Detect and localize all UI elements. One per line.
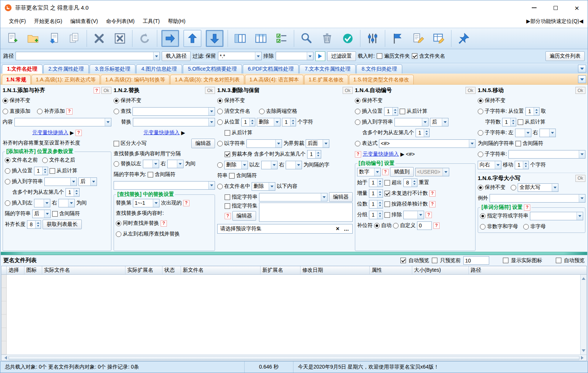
- tab-text-attributes[interactable]: 7.文本文件属性处理: [299, 64, 356, 74]
- show-icons-checkbox[interactable]: [503, 258, 508, 263]
- auto-preview-checkbox[interactable]: [400, 258, 406, 263]
- replace-between-radio[interactable]: [114, 161, 119, 167]
- from-end-checkbox[interactable]: [50, 168, 55, 174]
- pin-button[interactable]: [453, 29, 474, 48]
- multi-nth-spinner[interactable]: 1: [416, 129, 430, 137]
- insert-between-radio[interactable]: [5, 200, 10, 206]
- spin-down-icon[interactable]: [250, 122, 255, 126]
- panel-scrollbar[interactable]: [1, 252, 587, 255]
- menu-command-list[interactable]: 命令列表(M): [102, 16, 139, 27]
- filter-combo[interactable]: *.*: [218, 52, 262, 60]
- help-button[interactable]: ?: [183, 200, 189, 206]
- editor-button[interactable]: 编辑器: [191, 139, 215, 148]
- move-down-button[interactable]: [206, 30, 224, 47]
- left-bound-combo[interactable]: [143, 160, 159, 168]
- right-bound-combo[interactable]: [540, 129, 556, 137]
- load-list-button[interactable]: [43, 29, 64, 48]
- insert-pos-spinner[interactable]: 1: [34, 167, 48, 175]
- scroll-right-icon[interactable]: [581, 356, 585, 360]
- include-separator-checkbox[interactable]: [148, 172, 153, 177]
- new-list-button[interactable]: [2, 29, 23, 48]
- apply-button[interactable]: [337, 29, 358, 48]
- help-button[interactable]: ?: [426, 212, 432, 218]
- substring-combo[interactable]: [508, 150, 585, 159]
- preview-button[interactable]: [296, 29, 317, 48]
- preview-count-input[interactable]: 10: [463, 256, 489, 265]
- scroll-down-icon[interactable]: [582, 349, 585, 354]
- help-button[interactable]: ?: [429, 190, 436, 197]
- assign-to-button[interactable]: 赋值到: [390, 167, 414, 177]
- overflow-checkbox[interactable]: [384, 180, 390, 186]
- auto-pad-radio[interactable]: [374, 223, 380, 228]
- from-end-checkbox[interactable]: [518, 119, 523, 125]
- col-new-ext[interactable]: 新扩展名: [261, 266, 300, 274]
- start-spinner[interactable]: 1: [369, 179, 383, 187]
- spin-up-icon[interactable]: [36, 221, 41, 225]
- custom-pad-input[interactable]: 0: [417, 221, 432, 230]
- keep-unchanged-radio[interactable]: [217, 98, 223, 104]
- tab-advanced-mapping[interactable]: 1.A.高级(3): 文件名对照列表: [170, 75, 244, 84]
- spin-up-icon[interactable]: [424, 129, 429, 133]
- insert-to-string-radio[interactable]: [5, 179, 10, 184]
- traverse-folders-checkbox[interactable]: [377, 53, 382, 59]
- col-actual-ext[interactable]: 实际扩展名: [125, 266, 162, 274]
- move-up-button[interactable]: [184, 30, 201, 47]
- spin-up-icon[interactable]: [74, 189, 79, 193]
- spin-up-icon[interactable]: [377, 211, 383, 215]
- find-radio[interactable]: [114, 109, 119, 114]
- spin-up-icon[interactable]: [523, 161, 528, 165]
- spin-down-icon[interactable]: [511, 122, 516, 126]
- from-pos-radio[interactable]: [217, 119, 223, 125]
- help-button[interactable]: ?: [225, 213, 231, 219]
- before-after-combo[interactable]: 后: [78, 177, 97, 186]
- remove-item-button[interactable]: [89, 29, 110, 48]
- columns-button[interactable]: [251, 29, 271, 48]
- minimize-button[interactable]: [523, 0, 545, 15]
- from-end-checkbox[interactable]: [400, 109, 405, 114]
- spin-down-icon[interactable]: [523, 165, 528, 169]
- boundary-string-combo[interactable]: [246, 139, 282, 148]
- clear-filter-button[interactable]: [317, 29, 337, 48]
- target-string-combo[interactable]: [394, 118, 429, 126]
- help-button[interactable]: ?: [66, 108, 73, 115]
- spin-up-icon[interactable]: [377, 200, 383, 204]
- pad-length-spinner[interactable]: 8: [27, 220, 41, 229]
- trim-radio[interactable]: [259, 109, 265, 114]
- sequential-radio[interactable]: [116, 231, 121, 237]
- spin-up-icon[interactable]: [534, 108, 539, 112]
- traverse-file-list-button[interactable]: 遍历文件列表: [545, 51, 585, 61]
- meta-variable-link[interactable]: 元变量快捷插入: [32, 129, 68, 136]
- include-separator-checkbox[interactable]: [515, 141, 521, 146]
- adjust-button[interactable]: [362, 29, 383, 48]
- spin-down-icon[interactable]: [377, 215, 383, 219]
- tab-file-attributes[interactable]: 2.文件属性处理: [43, 64, 89, 74]
- save-list-button[interactable]: [64, 29, 85, 48]
- left-bound-combo[interactable]: [34, 199, 50, 207]
- scroll-thumb[interactable]: [9, 356, 579, 360]
- spin-up-icon[interactable]: [377, 179, 383, 183]
- cut-self-checkbox[interactable]: [225, 152, 230, 157]
- help-button[interactable]: ?: [382, 169, 389, 175]
- replace-combo[interactable]: [133, 118, 215, 126]
- scroll-left-icon[interactable]: [3, 356, 7, 360]
- ok-button[interactable]: Ok: [205, 87, 215, 94]
- spin-down-icon[interactable]: [377, 204, 383, 208]
- spin-up-icon[interactable]: [377, 190, 383, 194]
- undo-button[interactable]: [134, 29, 155, 48]
- direct-add-radio[interactable]: [3, 109, 8, 114]
- cut-side-combo[interactable]: 后面: [306, 139, 329, 148]
- case-sensitive-checkbox[interactable]: [114, 141, 119, 146]
- close-button[interactable]: ×: [566, 0, 588, 15]
- check-list-button[interactable]: [271, 29, 292, 48]
- substring-radio[interactable]: [478, 152, 483, 157]
- menu-start-rename[interactable]: 开始更名(G): [30, 16, 66, 27]
- custom-pad-radio[interactable]: [393, 223, 399, 228]
- target-string-combo[interactable]: [44, 177, 77, 186]
- digits-spinner[interactable]: 1: [369, 200, 383, 208]
- tab-advanced-encoding[interactable]: 1.A.高级(2): 编码与转换等: [101, 75, 169, 84]
- separator-side-combo[interactable]: 后: [32, 210, 51, 218]
- simultaneous-radio[interactable]: [116, 221, 121, 226]
- insert-pos-spinner[interactable]: 1: [384, 107, 398, 116]
- scroll-up-icon[interactable]: [582, 275, 585, 280]
- editor-button[interactable]: 编辑器: [329, 192, 353, 202]
